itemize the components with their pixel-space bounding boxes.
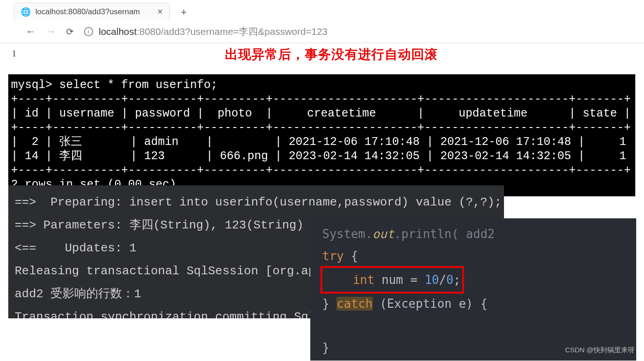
code-panel: System.out.println( add2 try { int num =… [310,218,636,361]
keyword-int: int [353,273,375,287]
url-bar[interactable]: i localhost:8080/add3?username=李四&passwo… [84,25,328,38]
code-text: out [373,227,394,241]
globe-icon: 🌐 [21,7,31,17]
code-text: } [322,341,330,355]
forward-icon: → [46,26,56,38]
info-icon[interactable]: i [84,27,93,36]
watermark: CSDN @快到锅里来呀 [565,346,635,355]
close-icon[interactable]: ✕ [157,7,163,16]
log-line: <== Updates: 1 [15,241,136,255]
code-text [324,273,353,287]
code-text: add2 [459,227,494,241]
tab-title: localhost:8080/add3?usernam [35,7,152,17]
toolbar: ← → ⟳ i localhost:8080/add3?username=李四&… [0,20,644,43]
url-host: localhost [99,26,137,37]
code-text: / [439,273,447,287]
code-text [330,297,337,311]
tab-strip: 🌐 localhost:8080/add3?usernam ✕ + [0,0,644,20]
code-text: (Exception e) { [373,297,487,311]
keyword-try: try [322,249,344,263]
code-text: } [322,297,330,311]
code-text: = [403,273,425,287]
annotation-caption: 出现异常后，事务没有进行自动回滚 [225,46,438,63]
code-text: 0 [446,273,454,287]
browser-tab[interactable]: 🌐 localhost:8080/add3?usernam ✕ [14,3,170,20]
new-tab-button[interactable]: + [176,5,191,20]
back-icon[interactable]: ← [26,26,36,38]
page-body: 1 出现异常后，事务没有进行自动回滚 [0,43,644,64]
log-line: ==> Parameters: 李四(String), 123(String) [15,218,303,232]
url-rest: :8080/add3?username=李四&password=123 [137,26,328,37]
log-line: Releasing transactional SqlSession [org.… [15,264,323,278]
code-text: { [344,249,358,263]
reload-icon[interactable]: ⟳ [66,26,74,37]
page-output: 1 [12,49,17,58]
code-text: ; [454,273,461,287]
code-text: .println( [394,227,459,241]
code-text [375,273,382,287]
keyword-catch: catch [336,297,372,311]
error-highlight-box: int num = 10/0; [320,266,464,294]
code-text: System. [322,227,373,241]
mysql-terminal: mysql> select * from userinfo; +----+---… [8,74,635,196]
log-line: Transaction synchronization committing S… [15,310,323,318]
code-text: num [381,273,403,287]
log-line: ==> Preparing: insert into userinfo(user… [15,195,502,209]
code-text: 10 [425,273,439,287]
log-line: add2 受影响的行数：1 [15,287,141,301]
